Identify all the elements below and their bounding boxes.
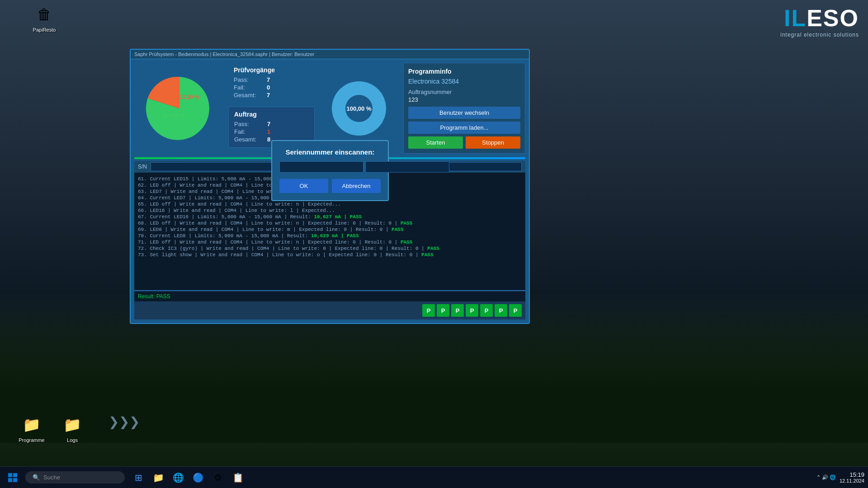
edge-icon: 🌐 <box>173 472 184 483</box>
pass-indicators: P P P P P P P <box>134 301 525 319</box>
svg-rect-2 <box>8 478 12 482</box>
start-stop-buttons: Starten Stoppen <box>408 136 520 149</box>
pruefvorgaenge-box: Prüfvorgänge Pass: 7 Fail: 0 Gesamt: 7 <box>228 63 315 103</box>
desktop-icon-logs[interactable]: 📁 Logs <box>54 414 90 443</box>
dialog-buttons: OK Abbrechen <box>279 179 381 193</box>
ileso-title: ILESO <box>780 5 859 32</box>
pruef-pass-value: 7 <box>267 76 270 83</box>
auftrag-title: Auftrag <box>234 111 309 118</box>
program-buttons: Benutzer wechseln Programm laden... Star… <box>408 107 520 149</box>
widgets-icon: ⊞ <box>135 472 142 483</box>
log-line-72: 72. Check IC3 (gyro) | Write and read | … <box>138 246 522 251</box>
app-blue-icon: 🔵 <box>193 472 204 483</box>
svg-rect-3 <box>13 478 17 482</box>
pie-chart-2: 100,00 % <box>327 77 391 140</box>
recycle-bin-img: 🗑 <box>33 4 55 25</box>
result-bar: Result: PASS <box>134 291 525 301</box>
stoppen-button[interactable]: Stoppen <box>466 136 520 149</box>
search-icon: 🔍 <box>33 474 40 481</box>
recycle-bin-label: PapiResto <box>33 27 56 33</box>
window-title: Saphr Prüfsystem - Bedienmodus | Electro… <box>134 52 314 57</box>
pie2-percent: 100,00 % <box>347 105 372 112</box>
ileso-logo: ILESO integral electronic solutions <box>780 5 859 38</box>
log-line-67: 67. Current LED16 | Limits: 5,000 mA - 1… <box>138 214 522 220</box>
svg-rect-0 <box>8 473 12 477</box>
taskbar-start-button[interactable] <box>4 469 22 487</box>
log-line-68: 68. LED off | Write and read | COM4 | Li… <box>138 221 522 226</box>
pruef-fail-value: 0 <box>267 84 270 91</box>
arrow-decoration: ❯❯❯ <box>108 414 140 429</box>
pass-badge-1: P <box>422 304 435 317</box>
program-info: Programminfo Electronica 32584 Auftragsn… <box>403 63 525 154</box>
pruef-fail-row: Fail: 0 <box>234 84 309 91</box>
auftrag-gesamt-value: 8 <box>267 136 270 143</box>
log-line-71: 71. LED off | Write and read | COM4 | Li… <box>138 239 522 245</box>
auftrag-pass-value: 7 <box>267 121 270 127</box>
pie1-percent-red: 12,50 % <box>179 94 199 100</box>
programm-laden-button[interactable]: Programm laden... <box>408 122 520 134</box>
notes-icon: 📋 <box>232 472 244 483</box>
auftrag-fail-value: 1 <box>267 128 270 135</box>
taskbar-time: 15:19 12.11.2024 <box>840 471 864 483</box>
log-line-70: 70. Current LED8 | Limits: 5,000 mA - 15… <box>138 233 522 239</box>
taskbar-system-tray: ⌃ 🔊 🌐 <box>816 474 836 480</box>
serial-number-dialog: Seriennummer einscannen: OK Abbrechen <box>271 140 389 201</box>
log-line-69: 69. LED8 | Write and read | COM4 | Line … <box>138 227 522 232</box>
svg-rect-1 <box>13 473 17 477</box>
auftrag-pass-label: Pass: <box>234 121 264 127</box>
pruef-pass-row: Pass: 7 <box>234 76 309 83</box>
ileso-subtitle: integral electronic solutions <box>780 32 859 38</box>
programinfo-name: Electronica 32584 <box>408 78 520 85</box>
dialog-input-1[interactable] <box>279 161 363 173</box>
dialog-ok-button[interactable]: OK <box>279 179 328 193</box>
pie-chart-1-section: 87,50 % 12,50 % <box>134 63 225 154</box>
desktop-icon-programme[interactable]: 📁 Programme <box>14 414 50 443</box>
taskbar-search-bar[interactable]: 🔍 Suche <box>25 471 125 483</box>
pass-badge-2: P <box>437 304 449 317</box>
search-placeholder: Suche <box>43 474 60 481</box>
taskbar-app-edge[interactable]: 🌐 <box>169 469 187 487</box>
taskbar-right: ⌃ 🔊 🌐 15:19 12.11.2024 <box>816 471 864 483</box>
auftrag-fail-label: Fail: <box>234 128 264 135</box>
pruef-gesamt-row: Gesamt: 7 <box>234 92 309 99</box>
sn-label: S/N <box>138 164 147 170</box>
taskbar-app-widgets[interactable]: ⊞ <box>129 469 147 487</box>
dialog-title: Seriennummer einscannen: <box>279 148 381 156</box>
dialog-cancel-button[interactable]: Abbrechen <box>332 179 381 193</box>
taskbar-app-explorer[interactable]: 📁 <box>149 469 167 487</box>
taskbar-app-settings[interactable]: ⚙ <box>209 469 227 487</box>
taskbar-app-notes[interactable]: 📋 <box>229 469 247 487</box>
taskbar: 🔍 Suche ⊞ 📁 🌐 🔵 ⚙ 📋 ⌃ 🔊 🌐 15:19 12.11.20… <box>0 466 868 488</box>
clock-date: 12.11.2024 <box>840 478 864 483</box>
settings-icon: ⚙ <box>214 472 222 483</box>
auftrag-fail-row: Fail: 1 <box>234 128 309 135</box>
benutzer-wechseln-button[interactable]: Benutzer wechseln <box>408 107 520 119</box>
log-line-73: 73. Set light show | Write and read | CO… <box>138 252 522 258</box>
pie-svg-1 <box>143 72 216 145</box>
pass-badge-7: P <box>509 304 522 317</box>
programme-label: Programme <box>19 437 44 443</box>
auftrag-gesamt-label: Gesamt: <box>234 136 264 143</box>
taskbar-app-blue[interactable]: 🔵 <box>189 469 207 487</box>
explorer-icon: 📁 <box>153 472 164 483</box>
dialog-input-row <box>279 161 381 173</box>
programinfo-title: Programminfo <box>408 68 520 75</box>
log-line-65: 65. LED off | Write and read | COM4 | Li… <box>138 202 522 207</box>
pruef-gesamt-value: 7 <box>267 92 270 99</box>
log-line-66: 66. LED16 | Write and read | COM4 | Line… <box>138 208 522 213</box>
logs-icon: 📁 <box>61 414 83 436</box>
auftrag-pass-row: Pass: 7 <box>234 121 309 127</box>
dialog-input-2[interactable] <box>365 161 449 173</box>
pass-badge-3: P <box>451 304 464 317</box>
recycle-bin-icon[interactable]: 🗑 PapiResto <box>26 4 62 33</box>
pass-badge-5: P <box>480 304 493 317</box>
auftragsnummer-value: 123 <box>408 96 520 103</box>
logs-label: Logs <box>67 437 78 443</box>
pruef-fail-label: Fail: <box>234 84 263 91</box>
pie1-percent-green: 87,50 % <box>164 112 185 119</box>
pruefvorgaenge-title: Prüfvorgänge <box>234 66 309 74</box>
starten-button[interactable]: Starten <box>408 136 463 149</box>
pruef-gesamt-label: Gesamt: <box>234 92 263 99</box>
programme-icon: 📁 <box>21 414 42 436</box>
pass-badge-6: P <box>495 304 507 317</box>
